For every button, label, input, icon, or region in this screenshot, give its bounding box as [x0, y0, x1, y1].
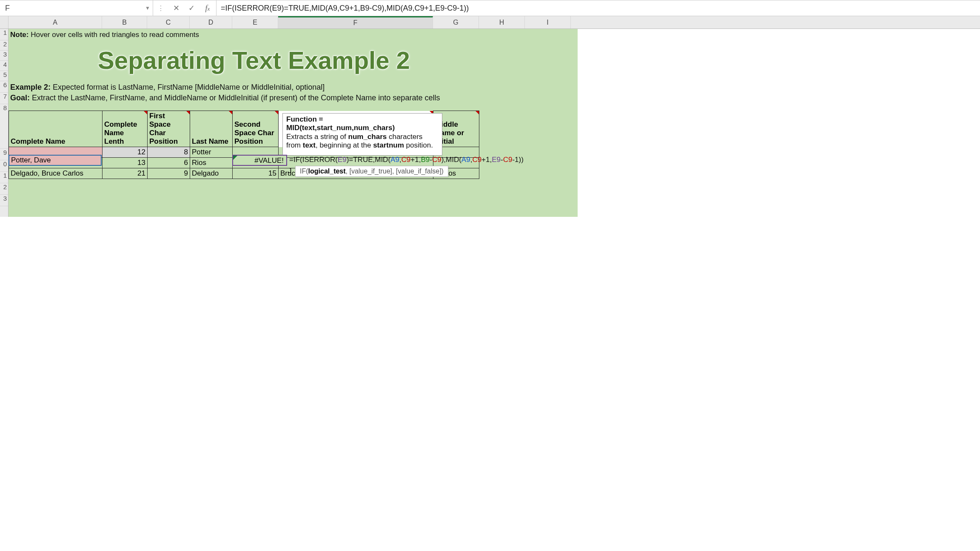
th-last-name[interactable]: Last Name [190, 111, 233, 147]
cell[interactable]: 9 [148, 168, 190, 179]
name-box-value: F [5, 4, 10, 13]
t: E9 [338, 156, 347, 164]
cell[interactable]: 8 [148, 147, 190, 158]
comment-text: Extracts a string of [286, 133, 348, 141]
t: -1)) [512, 156, 523, 164]
col-header-A[interactable]: A [9, 16, 102, 28]
page-title: Separating Text Example 2 [98, 46, 410, 74]
comment-line: Function = [286, 115, 323, 123]
cell[interactable]: Rios [190, 158, 233, 168]
t: ISERROR( [302, 156, 338, 164]
goal-text: Extract the LastName, FirstName, and Mid… [30, 94, 440, 102]
th-second-space[interactable]: Second Space Char Position [233, 111, 279, 147]
t: C9 [472, 156, 481, 164]
cell[interactable]: 21 [103, 168, 148, 179]
comment-popup: Function = MID(text,start_num,num_chars)… [282, 113, 442, 156]
function-tooltip[interactable]: IF(logical_test, [value_if_true], [value… [295, 166, 448, 177]
col-header-C[interactable]: C [147, 16, 190, 28]
tooltip-fn: IF( [300, 168, 308, 175]
t: C9 [432, 156, 442, 164]
row-header[interactable]: 2 [0, 183, 8, 195]
comment-text: startnum [373, 141, 404, 149]
row-header[interactable]: 3 [0, 51, 8, 61]
cell[interactable]: 12 [103, 147, 148, 158]
cell[interactable]: Delgado [190, 168, 233, 179]
cell[interactable]: Potter [190, 147, 233, 158]
column-headers: A B C D E F G H I [0, 16, 980, 29]
row-header[interactable]: 2 [0, 40, 8, 51]
row-header[interactable]: 4 [0, 61, 8, 71]
row-header[interactable]: 1 [0, 172, 8, 183]
col-header-F[interactable]: F [278, 16, 433, 28]
t: +1, [481, 156, 492, 164]
col-header-D[interactable]: D [190, 16, 232, 28]
example-text: Expected format is LastName, FirstName [… [51, 83, 325, 91]
goal-row: Goal: Extract the LastName, FirstName, a… [10, 94, 440, 102]
cell[interactable]: 13 [103, 158, 148, 168]
cell-E9-selected[interactable]: #VALUE! [232, 155, 287, 166]
col-header-B[interactable]: B [102, 16, 147, 28]
note-text: Hover over cells with red triangles to r… [28, 31, 199, 39]
col-header-I[interactable]: I [525, 16, 571, 28]
t: C9 [402, 156, 411, 164]
t: ,MID( [373, 156, 391, 164]
row-header[interactable]: 3 [0, 195, 8, 206]
tooltip-arg[interactable]: logical_test [308, 168, 346, 175]
cell[interactable]: 15 [233, 168, 279, 179]
tooltip-rest: , [value_if_true], [value_if_false]) [346, 168, 444, 175]
name-box[interactable]: F ▼ [0, 0, 153, 16]
t: +1, [410, 156, 421, 164]
t: ),MID( [442, 156, 462, 164]
col-header-E[interactable]: E [232, 16, 278, 28]
comment-text: position. [404, 141, 433, 149]
formula-text: =IF(ISERROR(E9)=TRUE,MID(A9,C9+1,B9-C9),… [221, 4, 469, 13]
goal-label: Goal: [10, 94, 30, 102]
example-label: Example 2: [10, 83, 51, 91]
formula-input[interactable]: =IF(ISERROR(E9)=TRUE,MID(A9,C9+1,B9-C9),… [216, 0, 980, 16]
cell[interactable]: 6 [148, 158, 190, 168]
t: A9 [390, 156, 399, 164]
cell-area[interactable]: Note: Hover over cells with red triangle… [9, 29, 980, 217]
t: E9 [492, 156, 501, 164]
more-icon[interactable]: ⋮ [153, 0, 168, 16]
cancel-formula-button[interactable]: ✕ [168, 0, 184, 16]
note-row: Note: Hover over cells with red triangle… [10, 31, 199, 39]
t: C9 [503, 156, 513, 164]
comment-text: num_chars [348, 133, 387, 141]
cell[interactable]: Delgado, Bruce Carlos [9, 168, 103, 179]
row-header[interactable]: 6 [0, 81, 8, 93]
comment-text: text [303, 141, 316, 149]
th-complete-name[interactable]: Complete Name [9, 111, 103, 147]
col-header-H[interactable]: H [479, 16, 525, 28]
t: =IF( [289, 156, 302, 164]
note-label: Note: [10, 31, 28, 39]
row-header[interactable]: 5 [0, 71, 8, 81]
blank-area [578, 29, 980, 217]
fx-icon[interactable]: fx [199, 4, 216, 13]
row-header[interactable]: 7 [0, 93, 8, 104]
formula-bar: F ▼ ⋮ ✕ ✓ fx =IF(ISERROR(E9)=TRUE,MID(A9… [0, 0, 980, 16]
th-first-space[interactable]: First Space Char Position [148, 111, 190, 147]
confirm-formula-button[interactable]: ✓ [184, 0, 199, 16]
inline-formula-edit[interactable]: =IF(ISERROR(E9)=TRUE,MID(A9,C9+1,B9-C9),… [289, 156, 524, 164]
row-header[interactable]: 9 [0, 149, 8, 160]
cell-A9-selected[interactable]: Potter, Dave [9, 155, 102, 166]
row-headers: 1 2 3 4 5 6 7 8 9 0 1 2 3 [0, 29, 9, 217]
cell-F10-partial: J [288, 167, 292, 175]
col-header-G[interactable]: G [433, 16, 479, 28]
comment-line: MID(text,start_num,num_chars) [286, 124, 395, 132]
example-row: Example 2: Expected format is LastName, … [10, 83, 325, 92]
t: )= [347, 156, 353, 164]
select-all-corner[interactable] [0, 16, 9, 28]
cell-value: Potter, Dave [11, 156, 51, 165]
t: B9 [421, 156, 430, 164]
t: A9 [462, 156, 470, 164]
row-header[interactable]: 1 [0, 29, 8, 40]
cell-value: #VALUE! [254, 156, 284, 165]
th-name-length[interactable]: Complete Name Lenth [103, 111, 148, 147]
t: TRUE [353, 156, 373, 164]
row-header[interactable]: 0 [0, 160, 8, 172]
row-header[interactable]: 8 [0, 104, 8, 149]
comment-text: , beginning at the [316, 141, 373, 149]
chevron-down-icon[interactable]: ▼ [145, 5, 150, 11]
